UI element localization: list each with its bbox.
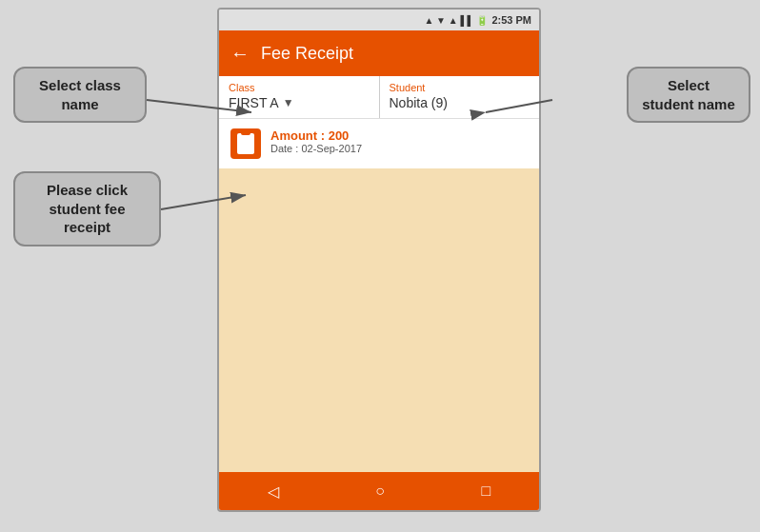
nav-home-button[interactable]: ○ [375, 483, 385, 500]
class-value-row: FIRST A ▼ [229, 95, 370, 110]
phone-frame: ▲ ▼ ▲ ▌▌ 🔋 2:53 PM ← Fee Receipt Class F… [217, 8, 541, 512]
class-dropdown-arrow[interactable]: ▼ [283, 96, 294, 109]
selector-row: Class FIRST A ▼ Student Nobita (9) [219, 76, 539, 119]
status-time: 2:53 PM [491, 14, 531, 26]
clipboard-icon [230, 128, 261, 159]
student-value: Nobita (9) [390, 95, 448, 110]
annotation-select-student: Select student name [627, 67, 750, 123]
app-bar: ← Fee Receipt [219, 30, 539, 76]
content-area [219, 168, 539, 472]
app-title: Fee Receipt [261, 44, 353, 64]
student-value-row: Nobita (9) [390, 95, 530, 110]
back-button[interactable]: ← [230, 43, 250, 65]
student-selector[interactable]: Student Nobita (9) [380, 76, 540, 118]
nav-recent-button[interactable]: □ [482, 483, 491, 500]
nav-bar: ◁ ○ □ [219, 472, 539, 510]
annotation-click-receipt: Please click student fee receipt [13, 171, 161, 246]
annotation-select-class: Select class name [13, 67, 147, 123]
fee-date: Date : 02-Sep-2017 [270, 143, 362, 154]
page-wrapper: ▲ ▼ ▲ ▌▌ 🔋 2:53 PM ← Fee Receipt Class F… [0, 0, 760, 532]
fee-details: Amount : 200 Date : 02-Sep-2017 [270, 128, 362, 154]
fee-amount: Amount : 200 [270, 128, 362, 143]
status-icons: ▲ ▼ ▲ ▌▌ 🔋 [424, 15, 488, 26]
class-selector[interactable]: Class FIRST A ▼ [219, 76, 380, 118]
class-label: Class [229, 82, 370, 93]
class-value: FIRST A [229, 95, 279, 110]
student-label: Student [390, 82, 530, 93]
nav-back-button[interactable]: ◁ [268, 483, 279, 501]
fee-item[interactable]: Amount : 200 Date : 02-Sep-2017 [219, 119, 539, 168]
status-bar: ▲ ▼ ▲ ▌▌ 🔋 2:53 PM [219, 10, 539, 30]
